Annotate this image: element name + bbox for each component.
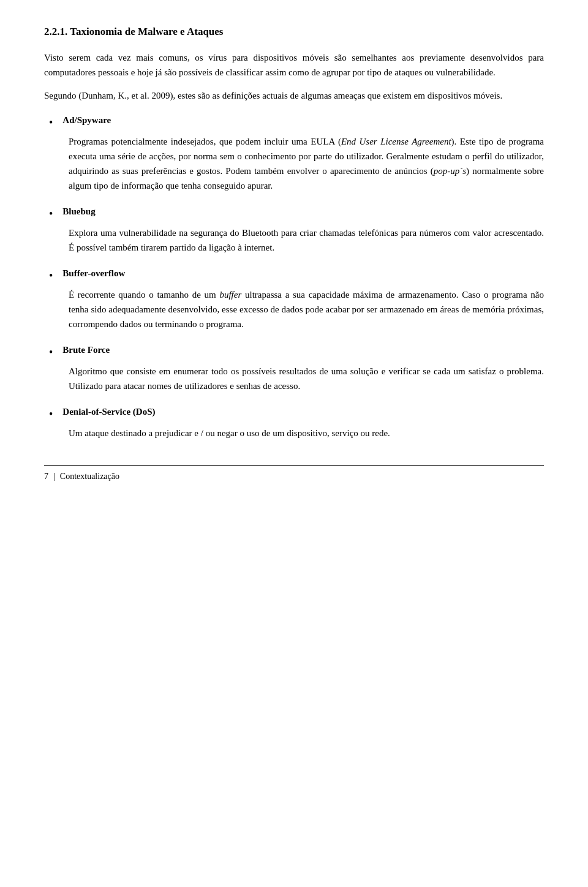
bullet-term-dos: Denial-of-Service (DoS) xyxy=(62,407,155,417)
bullet-term-buffer: Buffer-overflow xyxy=(62,268,125,279)
bullet-buffer-overflow: • Buffer-overflow É recorrente quando o … xyxy=(44,268,544,331)
bullet-term-bluebug: Bluebug xyxy=(62,206,95,217)
bullet-body-bluebug: Explora uma vulnerabilidade na segurança… xyxy=(69,225,544,255)
footer-separator: | xyxy=(53,472,55,481)
bullet-bluebug: • Bluebug Explora uma vulnerabilidade na… xyxy=(44,206,544,255)
bullet-brute-force: • Brute Force Algoritmo que consiste em … xyxy=(44,345,544,393)
bullet-body-buffer: É recorrente quando o tamanho de um buff… xyxy=(69,287,544,331)
bullet-dos: • Denial-of-Service (DoS) Um ataque dest… xyxy=(44,407,544,440)
bullet-dot-brute: • xyxy=(49,346,53,359)
footer-label: Contextualização xyxy=(60,472,119,481)
bullet-term-brute: Brute Force xyxy=(62,345,110,355)
bullet-dot-adspyware: • xyxy=(49,116,53,129)
bullet-dot-dos: • xyxy=(49,408,53,421)
footer-page-number: 7 xyxy=(44,472,48,481)
bullet-dot-bluebug: • xyxy=(49,208,53,221)
footer: 7 | Contextualização xyxy=(44,472,544,481)
bullet-term-adspyware: Ad/Spyware xyxy=(62,115,111,126)
bullet-body-dos: Um ataque destinado a prejudicar e / ou … xyxy=(69,426,544,440)
section-title: 2.2.1. Taxionomia de Malware e Ataques xyxy=(44,25,544,39)
bullet-adspyware: • Ad/Spyware Programas potencialmente in… xyxy=(44,115,544,193)
bullet-list: • Ad/Spyware Programas potencialmente in… xyxy=(44,115,544,440)
bullet-body-brute: Algoritmo que consiste em enumerar todo … xyxy=(69,364,544,393)
bullet-body-adspyware: Programas potencialmente indesejados, qu… xyxy=(69,134,544,193)
reference-paragraph: Segundo (Dunham, K., et al. 2009), estes… xyxy=(44,88,544,103)
bullet-dot-buffer: • xyxy=(49,270,53,282)
bottom-rule xyxy=(44,465,544,466)
intro-paragraph: Visto serem cada vez mais comuns, os vír… xyxy=(44,50,544,80)
